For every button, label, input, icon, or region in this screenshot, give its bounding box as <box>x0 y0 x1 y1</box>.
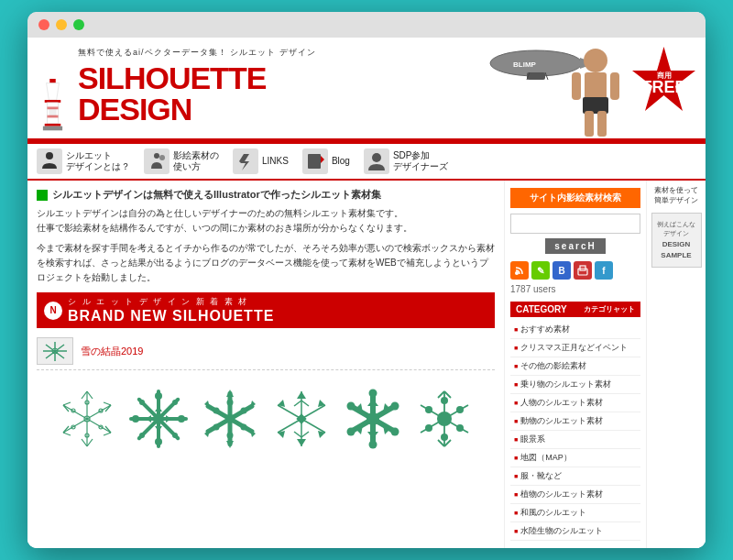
svg-point-127 <box>441 434 448 441</box>
snowflake-2[interactable] <box>126 387 191 451</box>
featured-item-name: 雪の結晶2019 <box>81 345 143 358</box>
category-item[interactable]: 植物のシルエット素材 <box>510 486 640 504</box>
svg-line-98 <box>301 432 309 437</box>
svg-point-89 <box>241 408 247 414</box>
svg-marker-72 <box>155 406 162 412</box>
svg-point-26 <box>46 152 53 159</box>
search-input[interactable] <box>510 214 640 234</box>
category-item[interactable]: 眼景系 <box>510 431 640 449</box>
svg-line-51 <box>63 433 71 435</box>
category-item[interactable]: 人物のシルエット素材 <box>510 394 640 412</box>
svg-point-67 <box>139 400 145 405</box>
nav-blog-icon <box>302 148 328 174</box>
svg-marker-75 <box>166 415 171 423</box>
svg-marker-80 <box>226 441 234 448</box>
svg-line-40 <box>82 391 87 399</box>
share-icon[interactable] <box>574 261 592 280</box>
logo-title-line2: DESIGN <box>78 92 191 126</box>
rss-icon[interactable] <box>510 261 529 280</box>
nav-about[interactable]: シルエット デザインとは？ <box>37 148 130 174</box>
snowflake-6[interactable] <box>412 387 476 451</box>
minimize-button[interactable] <box>56 19 67 30</box>
svg-point-85 <box>227 400 234 406</box>
svg-rect-21 <box>572 72 581 100</box>
nav-sdp-line1: SDP参加 <box>393 150 448 161</box>
svg-point-69 <box>172 400 178 405</box>
svg-point-91 <box>225 414 235 423</box>
svg-point-126 <box>441 397 448 404</box>
category-jp: カテゴリャット <box>584 304 635 314</box>
svg-point-65 <box>132 415 139 423</box>
right-side-text: 素材を使って 簡単デザイン <box>654 185 698 205</box>
svg-line-132 <box>438 391 444 398</box>
category-item[interactable]: おすすめ素材 <box>510 321 640 339</box>
maximize-button[interactable] <box>73 19 84 30</box>
nav-about-line2: デザインとは？ <box>66 161 130 172</box>
category-item[interactable]: 乗り物のシルエット素材 <box>510 376 640 394</box>
intro-title-text: シルエットデザインは無料で使えるIllustratorで作ったシルエット素材集 <box>52 188 381 202</box>
free-badge: 商用 FREE <box>629 45 698 117</box>
intro-section: シルエットデザインは無料で使えるIllustratorで作ったシルエット素材集 … <box>37 188 495 285</box>
snowflake-4[interactable] <box>269 387 334 451</box>
category-item[interactable]: 地図（MAP） <box>510 449 640 467</box>
featured-item[interactable]: 雪の結晶2019 <box>37 333 495 370</box>
snowflake-3[interactable] <box>198 387 262 451</box>
svg-line-42 <box>82 439 87 446</box>
svg-rect-29 <box>308 154 321 169</box>
svg-line-133 <box>444 391 451 398</box>
search-button[interactable]: searcH <box>545 238 605 254</box>
svg-line-95 <box>294 401 301 406</box>
svg-point-27 <box>154 153 159 159</box>
site-wrapper: 無料で使えるai/ベクターデータ集！ シルエット デザイン SILHOUETTE… <box>27 38 706 548</box>
nav-howto[interactable]: 影絵素材の 使い方 <box>144 148 219 174</box>
category-item[interactable]: クリスマス正月などイベント <box>510 339 640 357</box>
nav-links[interactable]: LINKS <box>233 148 289 174</box>
svg-marker-73 <box>155 426 162 432</box>
category-item[interactable]: 服・靴など <box>510 467 640 486</box>
logo-tagline: 無料で使えるai/ベクターデータ集！ シルエット デザイン <box>78 47 316 59</box>
nav-sdp[interactable]: SDP参加 デザイナーズ <box>364 148 448 174</box>
nav-about-icon <box>37 148 62 174</box>
svg-point-66 <box>178 415 185 423</box>
category-item[interactable]: 水陸生物のシルエット <box>510 522 640 541</box>
nav-sdp-line2: デザイナーズ <box>393 161 448 172</box>
sidebar: サイト内影絵素材検索 searcH ✎ B <box>504 181 646 548</box>
svg-marker-74 <box>146 415 151 423</box>
svg-line-47 <box>104 433 111 435</box>
browser-window: 無料で使えるai/ベクターデータ集！ シルエット デザイン SILHOUETTE… <box>27 12 706 548</box>
svg-point-121 <box>366 412 379 425</box>
snowflake-5[interactable] <box>341 387 405 451</box>
child-figure <box>559 47 632 138</box>
svg-point-71 <box>153 413 164 424</box>
category-item[interactable]: その他の影絵素材 <box>510 357 640 376</box>
svg-point-125 <box>437 412 452 426</box>
site-header: 無料で使えるai/ベクターデータ集！ シルエット デザイン SILHOUETTE… <box>27 38 706 138</box>
close-button[interactable] <box>38 19 49 30</box>
follow-icon[interactable]: f <box>595 261 613 280</box>
new-silhouette-header: N シ ル エ ッ ト デ ザ イ ン 新 着 素 材 BRAND NEW SI… <box>37 292 495 328</box>
svg-point-112 <box>391 428 399 436</box>
svg-marker-116 <box>367 432 378 439</box>
edit-icon[interactable]: ✎ <box>531 261 550 280</box>
category-title: CATEGORY <box>516 304 567 314</box>
design-sample-box[interactable]: 例えばこんな デザイン DESIGN SAMPLE <box>651 213 702 268</box>
titlebar <box>27 12 706 38</box>
main-layout: シルエットデザインは無料で使えるIllustratorで作ったシルエット素材集 … <box>27 181 706 548</box>
intro-body2: 今まで素材を探す手間を考えるとイチから作るのが常でしたが、そろそろ効率が悪いので… <box>37 241 495 285</box>
logo-title-line1: SILHOUETTE <box>78 60 266 95</box>
svg-line-97 <box>294 432 301 437</box>
svg-rect-20 <box>597 111 607 137</box>
svg-line-41 <box>87 391 93 399</box>
nav-howto-line2: 使い方 <box>173 161 219 172</box>
svg-point-131 <box>425 424 432 432</box>
right-sidebar: 素材を使って 簡単デザイン 例えばこんな デザイン DESIGN SAMPLE <box>646 181 706 548</box>
category-item[interactable]: 動物のシルエット素材 <box>510 412 640 431</box>
snowflake-1[interactable] <box>55 387 119 451</box>
nav-blog[interactable]: Blog <box>302 148 350 174</box>
social-icons: ✎ B f <box>510 261 640 280</box>
svg-point-136 <box>515 271 519 275</box>
svg-point-86 <box>227 433 234 439</box>
category-item[interactable]: 和風のシルエット <box>510 504 640 522</box>
svg-marker-79 <box>226 390 234 397</box>
bookmark-icon[interactable]: B <box>552 261 571 280</box>
